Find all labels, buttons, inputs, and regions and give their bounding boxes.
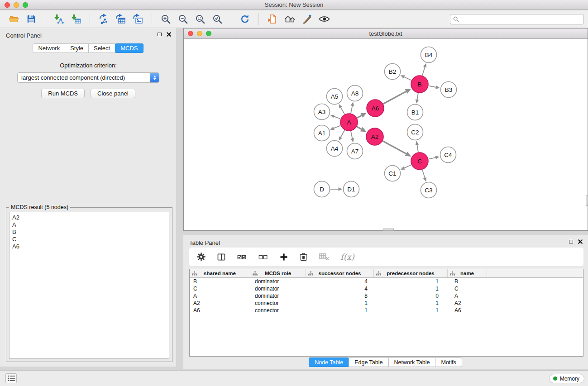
edge-C-C4[interactable] [429, 157, 436, 159]
tab-style[interactable]: Style [65, 43, 89, 53]
style-brush-button[interactable] [300, 12, 314, 26]
close-panel-button[interactable]: Close panel [91, 89, 135, 98]
function-builder-button[interactable]: f(x) [340, 250, 354, 264]
edge-B-B2[interactable] [404, 77, 411, 80]
paste-document-button[interactable] [265, 12, 280, 26]
edge-C-C2[interactable] [417, 145, 418, 152]
tab-node-table[interactable]: Node Table [309, 357, 349, 367]
network-window-titlebar[interactable]: testGlobe.txt [184, 29, 588, 39]
edge-A-A2[interactable] [357, 127, 361, 129]
table-row[interactable]: A6connector11A6 [190, 307, 583, 314]
mcds-result-item[interactable]: B [12, 229, 166, 236]
node-A2[interactable]: A2 [366, 128, 383, 145]
search-field[interactable] [450, 14, 584, 24]
edge-B-B3[interactable] [429, 86, 436, 87]
edge-A-A4[interactable] [341, 130, 345, 138]
float-panel-icon[interactable] [158, 33, 162, 36]
node-B2[interactable]: B2 [385, 64, 401, 80]
tab-edge-table[interactable]: Edge Table [349, 357, 388, 367]
delete-row-button[interactable] [299, 250, 308, 264]
column-header-shared-name[interactable]: shared name [190, 269, 250, 277]
table-row[interactable]: A2connector11A2 [190, 300, 583, 307]
node-C2[interactable]: C2 [407, 124, 423, 140]
float-panel-icon[interactable] [569, 240, 573, 243]
import-network-button[interactable] [52, 12, 66, 26]
edge-C-C3[interactable] [422, 170, 425, 178]
column-header-name[interactable]: name [448, 269, 487, 277]
node-A3[interactable]: A3 [314, 104, 330, 120]
edge-C-C1[interactable] [404, 165, 411, 168]
search-input[interactable] [461, 16, 581, 23]
node-A8[interactable]: A8 [347, 86, 363, 101]
column-header-predecessor-nodes[interactable]: predecessor nodes [374, 269, 448, 277]
close-panel-icon[interactable] [578, 239, 583, 244]
edge-A-A1[interactable] [334, 125, 340, 128]
home-layout-button[interactable] [282, 12, 297, 26]
network-minimize-button[interactable] [197, 31, 202, 36]
network-canvas[interactable]: B4B2BB3A8A5A6A3B1AC2A1A2A4A7C4CC1C3DD1 [184, 39, 588, 230]
tab-network[interactable]: Network [33, 43, 65, 53]
edge-A-A8[interactable] [351, 106, 352, 113]
node-D1[interactable]: D1 [344, 181, 359, 197]
node-A5[interactable]: A5 [327, 89, 343, 105]
edge-A-A5[interactable] [341, 108, 344, 114]
edge-A-A3[interactable] [334, 116, 341, 119]
table-row[interactable]: Bdominator41B [190, 278, 583, 285]
select-all-button[interactable] [237, 250, 247, 264]
column-header-successor-nodes[interactable]: successor nodes [306, 269, 374, 277]
export-network-button[interactable] [96, 12, 111, 26]
zoom-out-button[interactable] [176, 12, 190, 26]
close-panel-icon[interactable] [167, 32, 171, 37]
memory-button[interactable]: Memory [549, 374, 584, 383]
node-A1[interactable]: A1 [314, 125, 330, 141]
node-A6[interactable]: A6 [367, 100, 384, 117]
edge-A-A6[interactable] [357, 115, 362, 118]
node-C4[interactable]: C4 [440, 147, 456, 163]
network-maximize-button[interactable] [206, 31, 211, 36]
minimize-window-button[interactable] [14, 2, 19, 8]
table-settings-button[interactable] [196, 250, 206, 264]
mcds-result-item[interactable]: C [12, 236, 166, 243]
node-A7[interactable]: A7 [347, 143, 363, 159]
node-C1[interactable]: C1 [385, 166, 401, 181]
save-session-button[interactable] [24, 12, 38, 26]
mcds-result-item[interactable]: A2 [12, 214, 166, 221]
mcds-result-item[interactable]: A [12, 221, 166, 229]
edge-B-B1[interactable] [417, 93, 418, 100]
refresh-button[interactable] [238, 12, 252, 26]
task-history-button[interactable] [5, 373, 17, 383]
resize-grip[interactable] [586, 195, 588, 206]
maximize-window-button[interactable] [23, 2, 28, 8]
resize-grip[interactable] [383, 229, 394, 231]
node-A[interactable]: A [340, 114, 358, 131]
export-table-button[interactable] [114, 12, 128, 26]
zoom-in-button[interactable] [158, 12, 173, 26]
table-row[interactable]: Adominator80A [190, 292, 583, 300]
close-window-button[interactable] [5, 2, 10, 8]
show-hide-button[interactable] [317, 12, 331, 26]
node-C3[interactable]: C3 [421, 182, 437, 198]
export-image-button[interactable] [131, 12, 145, 26]
node-B4[interactable]: B4 [421, 47, 437, 63]
node-A4[interactable]: A4 [327, 141, 343, 157]
open-file-button[interactable] [7, 12, 21, 26]
tab-select[interactable]: Select [88, 43, 115, 53]
run-mcds-button[interactable]: Run MCDS [41, 89, 85, 98]
table-row[interactable]: Cdominator41C [190, 285, 583, 292]
node-B3[interactable]: B3 [441, 82, 457, 98]
network-close-button[interactable] [188, 31, 193, 36]
edge-B-B4[interactable] [422, 67, 425, 76]
add-row-button[interactable] [279, 250, 288, 264]
node-B1[interactable]: B1 [407, 105, 423, 120]
zoom-fit-button[interactable] [193, 12, 207, 26]
mcds-result-list[interactable]: A2ABCA6 [9, 212, 169, 359]
node-B[interactable]: B [411, 76, 428, 93]
zoom-selected-button[interactable] [210, 12, 225, 26]
node-C[interactable]: C [411, 152, 428, 170]
edge-A6-B[interactable] [383, 91, 406, 104]
tab-network-table[interactable]: Network Table [388, 357, 436, 367]
column-header-MCDS-role[interactable]: MCDS role [250, 269, 306, 277]
column-visibility-button[interactable] [217, 250, 226, 264]
edge-A2-C[interactable] [383, 141, 406, 154]
tab-mcds[interactable]: MCDS [115, 43, 143, 53]
